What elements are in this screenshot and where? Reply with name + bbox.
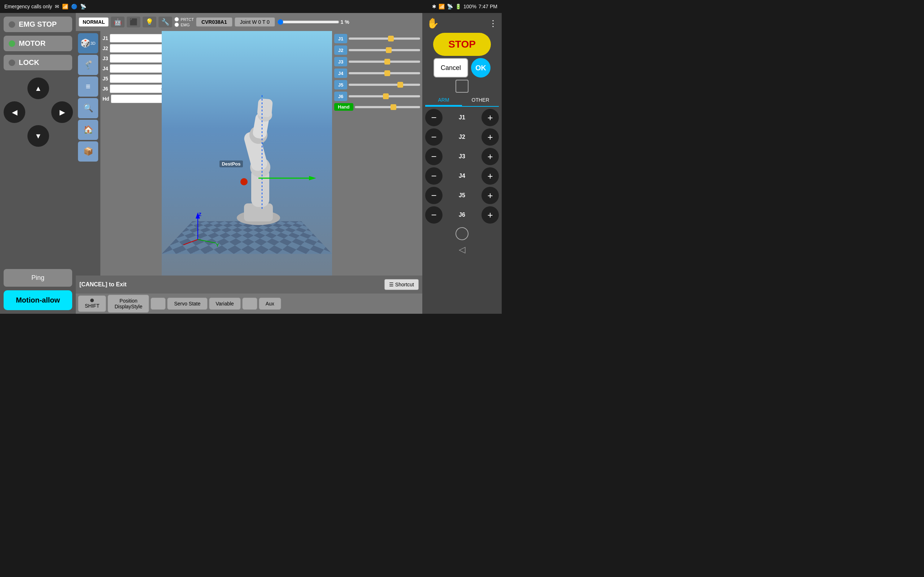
back-button[interactable]: ◁ [456,243,468,256]
checkbox-button[interactable] [456,80,468,93]
j3-plus-button[interactable]: + [481,148,499,165]
j2-plus-button[interactable]: + [481,128,499,146]
stop-square-button[interactable]: ⬛ [127,16,141,27]
ping-label: Ping [31,274,44,281]
cube-icon: 📦 [83,147,93,156]
stop-label: STOP [448,39,476,50]
home-view-button[interactable]: 🏠 [78,120,98,140]
slider-j3-button[interactable]: J3 [334,57,347,66]
light-icon-button[interactable]: 💡 [142,16,156,27]
empty-tab-1-button[interactable] [150,298,166,310]
motor-indicator [9,40,15,47]
position-displaystyle-button[interactable]: PositionDisplayStyle [108,295,149,313]
emg-option[interactable]: EMG [174,23,194,27]
slider-j4-button[interactable]: J4 [334,69,347,78]
aux-label: Aux [266,301,274,306]
j5-minus-button[interactable]: − [425,187,443,204]
slider-row-j6: J6 [334,92,420,101]
joint-values-panel: J1 J2 J3 J4 J5 [100,31,162,276]
slider-hand-thumb [391,104,396,110]
shift-tab-button[interactable]: SHIFT [78,295,106,312]
joint-icon: 🦿 [83,60,93,69]
ok-button[interactable]: OK [471,58,491,77]
svg-point-10 [241,178,247,185]
3d-label: 3D [90,41,95,45]
more-options-button[interactable]: ⋮ [489,18,498,29]
device-id-button[interactable]: CVR038A1 [196,17,233,27]
arrow-left-button[interactable]: ◀ [3,102,25,123]
robot-icon-button[interactable]: 🤖 [111,16,124,27]
other-tab-button[interactable]: OTHER [462,95,499,106]
cancel-ok-row: Cancel OK [425,58,499,77]
joint-row-j3: J3 [102,54,160,63]
cancel-exit-text: [CANCEL] to Exit [79,281,127,288]
shortcut-icon: ☰ [389,282,394,287]
cancel-button[interactable]: Cancel [433,58,468,77]
hand-button[interactable]: Hand [334,103,353,111]
left-sidebar: EMG STOP MOTOR LOCK ▲ ◀ ▶ ▼ Ping Motion-… [0,13,76,314]
j4-plus-button[interactable]: + [481,167,499,185]
prtct-option[interactable]: PRTCT [174,17,194,22]
aux-button[interactable]: Aux [259,298,281,310]
wrench-icon-button[interactable]: 🔧 [158,16,172,27]
ping-button[interactable]: Ping [3,269,72,287]
j5-plus-button[interactable]: + [481,187,499,204]
coord-mode-label: Joint W 0 T 0 [240,19,270,25]
j1-minus-button[interactable]: − [425,109,443,126]
j1-plus-button[interactable]: + [481,109,499,126]
signal-icon: 📶 [439,3,445,10]
shift-tab-label: SHIFT [85,303,99,309]
motor-button[interactable]: MOTOR [3,36,72,51]
slider-j6-button[interactable]: J6 [334,92,347,101]
cube-view-button[interactable]: 📦 [78,141,98,161]
normal-mode-button[interactable]: NORMAL [79,17,109,27]
arrow-down-button[interactable]: ▼ [27,125,49,147]
3d-view-button[interactable]: 🎲 3D [78,33,98,53]
joint-control-j2: − J2 + [425,128,499,146]
j4-minus-button[interactable]: − [425,167,443,185]
slider-j2-button[interactable]: J2 [334,45,347,55]
hand-icon-button[interactable]: ✋ [426,17,439,29]
right-panel: ✋ ⋮ STOP Cancel OK ARM OTHER [422,13,502,314]
j6-control-label: J6 [457,212,467,218]
empty-tab-2-label [249,301,250,306]
joint-j6-label: J6 [102,86,108,92]
nfc-icon: 📡 [80,3,86,10]
emg-stop-button[interactable]: EMG STOP [3,16,72,32]
variable-button[interactable]: Variable [209,298,241,310]
stop-button[interactable]: STOP [433,33,491,56]
list-view-button[interactable]: ≡ [78,76,98,97]
right-nav-controls: ◁ [425,227,499,256]
status-bar: Emergency calls only ✉ 📶 🔵 📡 ✱ 📶 📡 🔋 100… [0,0,502,13]
arm-tab-button[interactable]: ARM [425,95,462,106]
3d-viewport[interactable]: DestPos Z X Y [162,31,332,276]
bluetooth-icon: 🔵 [71,3,77,10]
lock-button[interactable]: LOCK [3,55,72,70]
slider-j1-thumb [388,36,394,42]
slider-j1-button[interactable]: J1 [334,34,347,43]
message-icon: ✉ [55,3,59,10]
joint-view-button[interactable]: 🦿 [78,55,98,75]
arrow-right-button[interactable]: ▶ [51,102,73,123]
j2-minus-button[interactable]: − [425,128,443,146]
empty-tab-2-button[interactable] [242,298,257,310]
arm-tab-label: ARM [438,97,449,103]
hand-label: Hand [338,104,350,110]
motion-allow-button[interactable]: Motion-allow [3,290,72,310]
speed-slider[interactable] [277,19,339,25]
search-view-button[interactable]: 🔍 [78,98,98,118]
servo-state-button[interactable]: Servo State [167,298,207,310]
cancel-label: Cancel [441,64,461,71]
shortcut-button[interactable]: ☰ Shortcut [384,279,419,290]
j3-minus-button[interactable]: − [425,148,443,165]
coord-mode-button[interactable]: Joint W 0 T 0 [234,17,275,27]
speed-slider-area: 1 % [277,19,349,25]
j6-plus-button[interactable]: + [481,206,499,224]
joint-hd-label: Hd [102,96,109,102]
slider-j5-button[interactable]: J5 [334,80,347,89]
arrow-up-button[interactable]: ▲ [27,77,49,99]
j6-minus-button[interactable]: − [425,206,443,224]
slider-row-hand: Hand [334,103,420,111]
joint-control-j4: − J4 + [425,167,499,185]
slider-j3-track [349,61,420,63]
